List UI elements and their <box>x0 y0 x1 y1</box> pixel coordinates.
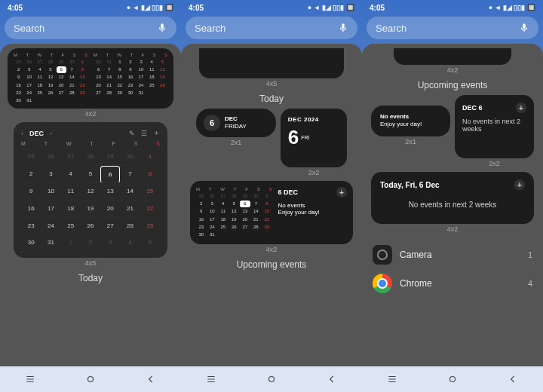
widget-today-card[interactable]: DEC 2024 6FRI <box>281 109 347 167</box>
widget-month-agenda[interactable]: MTWTFSS 2526272829301 2345678 9101112131… <box>190 181 353 244</box>
widget-dual-month[interactable]: MTWTFSS 2526272829301 2345678 9101112131… <box>8 48 173 109</box>
nav-back[interactable] <box>506 374 520 384</box>
widget-scroll[interactable]: 4x2 Upcoming events No events Enjoy your… <box>362 44 543 366</box>
mic-icon[interactable] <box>338 23 348 33</box>
search-bar[interactable]: Search <box>5 17 176 39</box>
today-number: 6 <box>204 115 220 131</box>
nav-home[interactable] <box>265 374 278 384</box>
phone-2: 4:05● ◄ ▮◢ ▯▯▮ 🔲 Search 4x5 Today 6 DECF… <box>181 0 362 392</box>
add-event-button[interactable]: + <box>336 187 347 198</box>
svg-point-0 <box>88 377 94 382</box>
size-label: 4x5 <box>5 259 176 267</box>
widget-upcoming-4x2[interactable]: Today, Fri, 6 Dec+ No events in next 2 w… <box>371 172 534 224</box>
prev-month-button[interactable]: ‹ <box>21 130 23 137</box>
mic-icon[interactable] <box>519 23 529 33</box>
app-chrome[interactable]: Chrome 4 <box>367 269 538 298</box>
widget-scroll[interactable]: 4x5 Today 6 DECFRIDAY 2x1 DEC 2024 6FRI … <box>181 44 362 366</box>
month-grid-jan-mini: 303112345 6789101112 13141516171819 2021… <box>94 59 167 96</box>
widget-month-large[interactable]: ‹ DEC › ✎ ☰ ＋ MTWTFSS 2526272829301 2345… <box>14 122 167 258</box>
month-grid-dec-mini: 2526272829301 2345678 9101112131415 1617… <box>14 59 87 104</box>
search-bar[interactable]: Search <box>367 17 538 39</box>
widget-truncated[interactable] <box>394 48 511 65</box>
widget-noevents-chip[interactable]: No events Enjoy your day! <box>371 106 450 136</box>
nav-back[interactable] <box>325 374 339 384</box>
dow-row: MTWTFSS <box>94 53 167 57</box>
chrome-icon <box>373 274 392 293</box>
nav-recents[interactable] <box>23 374 37 384</box>
camera-icon <box>373 245 392 265</box>
add-icon[interactable]: ＋ <box>153 128 160 138</box>
nav-back[interactable] <box>144 374 158 384</box>
dow-row: MTWTFSS <box>14 53 87 57</box>
widget-scroll[interactable]: MTWTFSS 2526272829301 2345678 9101112131… <box>0 44 181 366</box>
list-icon[interactable]: ☰ <box>141 130 147 137</box>
nav-recents[interactable] <box>385 374 399 384</box>
search-bar[interactable]: Search <box>186 17 357 39</box>
add-event-button[interactable]: + <box>514 179 525 190</box>
widget-today-pill[interactable]: 6 DECFRIDAY <box>196 109 276 137</box>
widget-truncated[interactable] <box>199 48 344 78</box>
widget-upcoming-2x2[interactable]: DEC 6+ No events in next 2 weeks <box>455 95 534 158</box>
svg-point-2 <box>450 377 456 382</box>
phone-3: 4:05● ◄ ▮◢ ▯▯▮ 🔲 Search 4x2 Upcoming eve… <box>362 0 543 392</box>
next-month-button[interactable]: › <box>50 130 52 137</box>
nav-recents[interactable] <box>204 374 218 384</box>
app-list: Camera 1 Chrome 4 <box>367 240 538 298</box>
section-today: Today <box>5 273 176 283</box>
app-camera[interactable]: Camera 1 <box>367 240 538 269</box>
nav-bar <box>0 366 181 392</box>
status-time: 4:05 <box>8 4 23 12</box>
phone-1: 4:05 ● ◄ ▮◢ ▯▯▮ 🔲 Search MTWTFSS 2526272… <box>0 0 181 392</box>
nav-home[interactable] <box>84 374 97 384</box>
status-bar: 4:05 ● ◄ ▮◢ ▯▯▮ 🔲 <box>0 0 181 14</box>
size-label: 4x2 <box>5 110 176 118</box>
edit-icon[interactable]: ✎ <box>129 130 135 137</box>
add-event-button[interactable]: + <box>516 103 526 113</box>
search-placeholder: Search <box>14 23 157 34</box>
month-grid-large: 2526272829301 2345678 9101112131415 1617… <box>21 149 160 252</box>
nav-home[interactable] <box>446 374 459 384</box>
mic-icon[interactable] <box>157 23 167 33</box>
status-icons: ● ◄ ▮◢ ▯▯▮ 🔲 <box>127 4 173 11</box>
svg-point-1 <box>269 377 275 382</box>
month-label: DEC <box>29 130 44 137</box>
